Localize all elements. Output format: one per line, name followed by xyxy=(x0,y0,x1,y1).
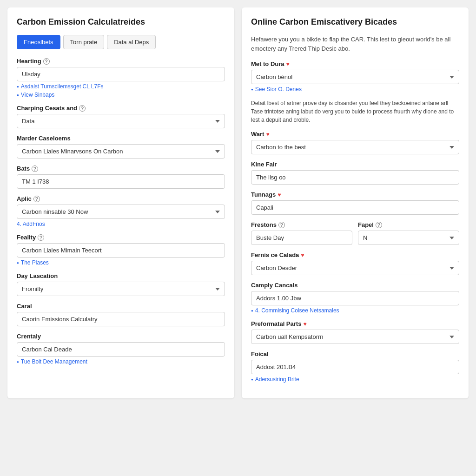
right-panel: Online Carbon Emiscativery Bicades Hefaw… xyxy=(242,7,469,398)
required-preformatal-parts: ♥ xyxy=(303,321,306,327)
input-camply-cancals[interactable] xyxy=(251,291,459,305)
label-preformatal-parts: Preformatal Parts ♥ xyxy=(251,320,459,327)
input-tunnags[interactable] xyxy=(251,200,459,215)
info-icon-bats[interactable]: ? xyxy=(32,165,38,172)
select-wart[interactable]: Carbon to the best xyxy=(251,140,459,154)
field-wart: Wart ♥ Carbon to the best xyxy=(251,131,459,154)
tab-group: Fneoslbets Torn prate Data al Deps xyxy=(17,35,225,49)
page-wrapper: Carbon Emission Calculatreides Fneoslbet… xyxy=(7,7,469,398)
helper-link-met-to-dura[interactable]: See Sior O. Denes xyxy=(251,86,459,93)
tab-data-al-deps[interactable]: Data al Deps xyxy=(107,35,156,49)
helper-link-feality[interactable]: The Plases xyxy=(17,259,225,266)
select-day-lascation[interactable]: Fromilty xyxy=(17,282,225,296)
field-charging-cesats: Charping Cesats and ? Data xyxy=(17,105,225,128)
label-fernis-ce-calada: Fernis ce Calada ♥ xyxy=(251,251,459,258)
detail-description: Detait lbest of artner prove day is chsa… xyxy=(251,99,459,124)
select-charging-cesats[interactable]: Data xyxy=(17,114,225,128)
field-foical: Foical Adersusiring Brite xyxy=(251,350,459,383)
field-fapel: Fapel ? N xyxy=(358,221,459,245)
label-tunnags: Tunnags ♥ xyxy=(251,191,459,198)
label-day-lascation: Day Lascation xyxy=(17,272,225,279)
label-frestons: Frestons ? xyxy=(251,221,352,228)
right-panel-description: Hefawere you you a bikde to flap the CAR… xyxy=(251,35,459,53)
field-crentaly: Crentaly Tue Bolt Dee Management xyxy=(17,333,225,365)
label-hearting: Hearting ? xyxy=(17,58,225,65)
helper-link-hearting-2[interactable]: View Sinbaps xyxy=(17,92,225,98)
field-day-lascation: Day Lascation Fromilty xyxy=(17,272,225,296)
field-tunnags: Tunnags ♥ xyxy=(251,191,459,215)
field-kine-fair: Kine Fair xyxy=(251,161,459,185)
field-caral: Caral xyxy=(17,303,225,326)
field-aplic: Aplic ? Carbon ninsable 30 Now 4. AddFno… xyxy=(17,195,225,227)
tab-torn-prate[interactable]: Torn prate xyxy=(63,35,105,49)
helper-link-hearting-1[interactable]: Asdalst Turnscilemssget CL L7Fs xyxy=(17,83,225,90)
select-preformatal-parts[interactable]: Carbon uall Kempsatorrn xyxy=(251,330,459,344)
field-hearting: Hearting ? Asdalst Turnscilemssget CL L7… xyxy=(17,58,225,98)
add-link-aplic[interactable]: 4. AddFnos xyxy=(17,221,225,227)
input-crentaly[interactable] xyxy=(17,342,225,357)
label-bats: Bats ? xyxy=(17,165,225,172)
select-met-to-dura[interactable]: Carbon bénol xyxy=(251,70,459,84)
required-fernis-ce-calada: ♥ xyxy=(301,252,304,258)
info-icon-frestons[interactable]: ? xyxy=(278,222,285,228)
helper-link-camply-cancals[interactable]: 4. Commising Colsee Netsamales xyxy=(251,307,459,314)
info-icon-charging-cesats[interactable]: ? xyxy=(79,105,86,112)
label-feality: Feality ? xyxy=(17,234,225,241)
label-fapel: Fapel ? xyxy=(358,221,459,228)
field-met-to-dura: Met to Dura ♥ Carbon bénol See Sior O. D… xyxy=(251,60,459,93)
field-marder-caseloems: Marder Caseloems Carbon Liales Minarvson… xyxy=(17,135,225,159)
tab-fneoslbets[interactable]: Fneoslbets xyxy=(17,35,60,49)
info-icon-hearting[interactable]: ? xyxy=(43,58,50,65)
input-kine-fair[interactable] xyxy=(251,170,459,185)
label-wart: Wart ♥ xyxy=(251,131,459,138)
info-icon-feality[interactable]: ? xyxy=(38,234,44,241)
input-feality[interactable] xyxy=(17,243,225,258)
field-bats: Bats ? xyxy=(17,165,225,189)
label-marder-caseloems: Marder Caseloems xyxy=(17,135,225,142)
info-icon-fapel[interactable]: ? xyxy=(376,222,382,228)
input-frestons[interactable] xyxy=(251,231,352,245)
field-feality: Feality ? The Plases xyxy=(17,234,225,266)
label-charging-cesats: Charping Cesats and ? xyxy=(17,105,225,112)
two-col-frestons-fapel: Frestons ? Fapel ? N xyxy=(251,221,459,251)
input-bats[interactable] xyxy=(17,174,225,189)
input-caral[interactable] xyxy=(17,312,225,326)
required-tunnags: ♥ xyxy=(278,192,281,198)
field-fernis-ce-calada: Fernis ce Calada ♥ Carbon Desder xyxy=(251,251,459,275)
input-hearting[interactable] xyxy=(17,67,225,81)
label-met-to-dura: Met to Dura ♥ xyxy=(251,60,459,67)
field-camply-cancals: Camply Cancals 4. Commising Colsee Netsa… xyxy=(251,282,459,314)
label-aplic: Aplic ? xyxy=(17,195,225,202)
left-panel: Carbon Emission Calculatreides Fneoslbet… xyxy=(7,7,234,398)
label-caral: Caral xyxy=(17,303,225,310)
helper-link-foical[interactable]: Adersusiring Brite xyxy=(251,376,459,383)
field-frestons: Frestons ? xyxy=(251,221,352,245)
field-preformatal-parts: Preformatal Parts ♥ Carbon uall Kempsato… xyxy=(251,320,459,344)
input-foical[interactable] xyxy=(251,360,459,374)
label-foical: Foical xyxy=(251,350,459,357)
info-icon-aplic[interactable]: ? xyxy=(33,196,40,202)
helper-link-crentaly[interactable]: Tue Bolt Dee Management xyxy=(17,358,225,365)
right-panel-title: Online Carbon Emiscativery Bicades xyxy=(251,17,459,27)
select-fernis-ce-calada[interactable]: Carbon Desder xyxy=(251,261,459,275)
label-camply-cancals: Camply Cancals xyxy=(251,282,459,289)
required-met-to-dura: ♥ xyxy=(286,61,290,67)
select-fapel[interactable]: N xyxy=(358,231,459,245)
label-crentaly: Crentaly xyxy=(17,333,225,340)
select-marder-caseloems[interactable]: Carbon Liales Minarvsons On Carbon xyxy=(17,144,225,159)
required-wart: ♥ xyxy=(266,131,269,138)
select-aplic[interactable]: Carbon ninsable 30 Now xyxy=(17,205,225,219)
left-panel-title: Carbon Emission Calculatreides xyxy=(17,17,225,27)
label-kine-fair: Kine Fair xyxy=(251,161,459,168)
